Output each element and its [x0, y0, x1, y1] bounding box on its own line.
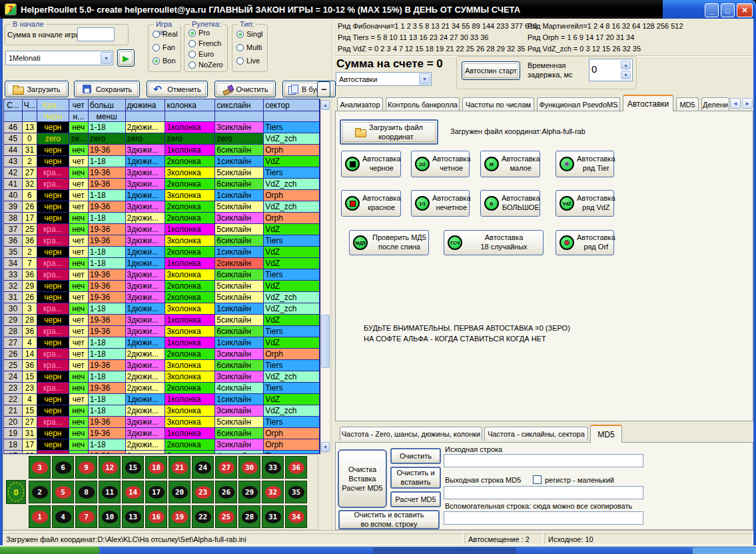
board-number-cell[interactable]: 23 [192, 481, 214, 503]
radio-multi[interactable]: Multi [236, 43, 262, 51]
close-button[interactable]: ✕ [737, 3, 753, 17]
table-row[interactable]: 1817черннеч1-182дюжи...2колонка3сиклайнO… [4, 439, 320, 451]
column-header[interactable]: Ч... [23, 99, 37, 111]
autostavka-button-красное[interactable]: Автоставкакрасное [341, 190, 401, 217]
table-row[interactable]: 2027кра...неч19-363дюжи...3колонка5сикла… [4, 417, 320, 428]
save-button[interactable]: Сохранить [74, 81, 140, 97]
table-row[interactable]: 347кра...неч1-181дюжи...1колонка2сиклайн… [4, 258, 320, 269]
board-number-cell[interactable]: 4 [52, 505, 74, 528]
radio-real[interactable]: Real [153, 30, 178, 38]
board-number-cell[interactable]: 10 [99, 505, 121, 528]
maximize-button[interactable]: □ [721, 3, 735, 17]
table-row[interactable]: 2415черннеч1-182дюжи...3колонка3сиклайнV… [4, 371, 320, 383]
board-number-cell[interactable]: 25 [215, 505, 237, 528]
autostavka-button-18-случайных[interactable]: ГСЧАвтоставка18 случайных [444, 230, 544, 255]
autostavka-button-ряд-tier[interactable]: ✶Автоставкаряд Tier [556, 151, 614, 177]
board-number-cell[interactable]: 19 [169, 505, 190, 528]
taskbar-task[interactable] [373, 547, 516, 554]
tab-частоты-по-числам[interactable]: Частоты по числам [462, 97, 534, 111]
md5-clear-paste-button[interactable]: Очистить и вставить [390, 467, 441, 489]
autostavka-button-после-спина[interactable]: МД5Проверить МД5после спина [349, 230, 429, 255]
table-row[interactable]: 3817черннеч1-182дюжи...2колонка3сиклайнO… [4, 213, 320, 224]
load-button[interactable]: Загрузить [5, 81, 69, 97]
chevron-down-icon[interactable]: ▼ [101, 52, 112, 64]
radio-live[interactable]: Live [236, 57, 260, 65]
board-number-cell[interactable]: 17 [145, 481, 167, 503]
collapse-button[interactable]: − [317, 81, 330, 97]
board-number-cell[interactable]: 15 [122, 456, 144, 479]
board-number-cell[interactable]: 5 [52, 481, 74, 503]
md5-out-input[interactable] [444, 486, 643, 499]
board-number-cell[interactable]: 33 [262, 456, 284, 479]
board-number-cell[interactable]: 20 [169, 481, 190, 503]
tab-scroll-right-icon[interactable]: ▸ [742, 98, 753, 109]
board-number-cell[interactable]: 12 [99, 456, 121, 479]
board-number-cell[interactable]: 11 [99, 481, 121, 503]
table-row[interactable]: 3636кра...чет19-363дюжи...3колонка6сикла… [4, 235, 320, 247]
board-number-cell[interactable]: 35 [285, 481, 307, 503]
table-row[interactable]: 2536кра...чет19-363дюжи...3колонка6сикла… [4, 360, 320, 371]
board-number-cell[interactable]: 21 [169, 456, 190, 479]
column-header[interactable]: С... [4, 99, 23, 111]
table-row[interactable]: 4227кра...неч19-363дюжи...3колонка5сикла… [4, 167, 320, 179]
board-number-cell[interactable]: 30 [238, 456, 260, 479]
table-row[interactable]: 406чернчет1-181дюжи...3колонка1сиклайнOr… [4, 190, 320, 201]
table-row[interactable]: 274чернчет1-181дюжи...1колонка1сиклайнVd… [4, 337, 320, 349]
board-number-cell[interactable]: 24 [192, 456, 214, 479]
undo-button[interactable]: ↶ Отменить [147, 81, 208, 97]
spinner-up-icon[interactable]: ▲ [621, 61, 631, 69]
radio-euro[interactable]: Euro [189, 50, 214, 58]
tab-контроль-банкролла[interactable]: Контроль банкролла [386, 97, 460, 111]
table-row[interactable]: 2928чернчет19-363дюжи...1колонка5сиклайн… [4, 315, 320, 326]
radio-pro[interactable]: Pro [189, 29, 210, 37]
autostavka-button-малое[interactable]: МАвтоставкамалое [480, 151, 540, 177]
board-number-cell[interactable]: 13 [122, 505, 144, 528]
board-number-cell[interactable]: 32 [262, 481, 284, 503]
autostavka-button-черное[interactable]: Автоставкачерное [341, 151, 401, 177]
bottom-tab-3[interactable]: MD5 [590, 425, 622, 443]
bottom-tab-1[interactable]: Частота - Zero, шансы, дюжины, колонки [340, 427, 482, 441]
md5-calc-button[interactable]: Расчет MD5 [390, 491, 441, 507]
md5-aux-input[interactable] [444, 511, 643, 525]
play-button[interactable]: ▶ [117, 49, 135, 67]
tab-delenie[interactable]: Делени [701, 97, 729, 111]
board-number-cell[interactable]: 9 [75, 456, 97, 479]
table-row[interactable]: 2836кра...чет19-363дюжи...3колонка6сикла… [4, 326, 320, 337]
board-number-cell[interactable]: 34 [285, 505, 307, 528]
load-coords-button[interactable]: Загрузить файлкоординат [340, 119, 438, 145]
table-row[interactable]: 450zeroze...zerozerozerozeroVdZ_zch [4, 133, 320, 145]
table-row[interactable]: 3229черннеч19-363дюжи...2колонка5сиклайн… [4, 281, 320, 292]
start-button[interactable] [0, 547, 100, 554]
board-number-cell[interactable]: 18 [145, 456, 167, 479]
tab-scroll-left-icon[interactable]: ◂ [730, 98, 741, 109]
board-number-cell[interactable]: 29 [238, 481, 260, 503]
autostavka-button-четное[interactable]: 2/2Автоставкачетное [411, 151, 470, 177]
board-number-cell[interactable]: 26 [215, 481, 237, 503]
autostavka-button-нечетное[interactable]: 1/1Автоставканечетное [411, 190, 470, 217]
table-row[interactable]: 3126чернчет19-363дюжи...2колонка5сиклайн… [4, 292, 320, 303]
board-number-cell[interactable]: 7 [75, 505, 97, 528]
board-number-cell[interactable]: 28 [238, 505, 260, 528]
radio-singl[interactable]: Singl [236, 30, 262, 38]
table-row[interactable]: 1931черннеч19-363дюжи...1колонка6сиклайн… [4, 428, 320, 439]
autostavka-button-ряд-orf[interactable]: Автоставкаряд Orf [556, 230, 614, 255]
column-header[interactable]: Кра... [37, 99, 69, 111]
tab-md5[interactable]: MD5 [676, 97, 699, 111]
board-number-cell[interactable]: 8 [75, 481, 97, 503]
board-number-cell[interactable]: 27 [215, 456, 237, 479]
chevron-down-icon[interactable]: ▼ [419, 73, 430, 85]
md5-stack-button[interactable]: Очистка Вставка Расчет MD5 [338, 449, 387, 508]
mode-combo[interactable]: Автоставки ▼ [336, 72, 432, 86]
clear-button[interactable]: Очистить [214, 81, 276, 97]
column-header[interactable]: дюжина [126, 99, 166, 111]
autospin-start-button[interactable]: Автоспин старт [462, 61, 520, 80]
tab-функционал-psevdoms[interactable]: Функционал PsevdoMS [537, 97, 620, 111]
board-number-cell[interactable]: 36 [285, 456, 307, 479]
bottom-tab-2[interactable]: Частота - сиклайны, сектора [484, 427, 588, 441]
tab-автоставки[interactable]: Автоставки [623, 95, 673, 111]
scroll-up-icon[interactable]: ▲ [321, 100, 330, 110]
table-row[interactable]: 3725кра...неч19-363дюжи...1колонка5сикла… [4, 224, 320, 235]
table-row[interactable]: 3336кра...чет19-363дюжи...3колонка6сикла… [4, 269, 320, 281]
column-header[interactable]: сектор [264, 99, 320, 111]
table-row[interactable]: 303кра...неч1-181дюжи...3колонка1сиклайн… [4, 303, 320, 315]
